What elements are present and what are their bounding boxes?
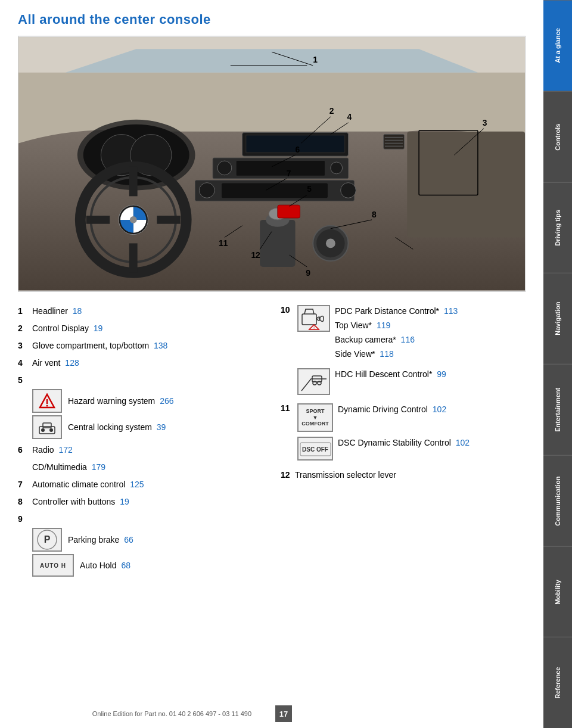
svg-text:8: 8 [372, 210, 377, 219]
item-7-label: Automatic climate control [32, 480, 125, 489]
main-content: All around the center console [0, 0, 543, 728]
item-6-content: Radio 172 [30, 444, 263, 456]
item-6-label: Radio [32, 445, 54, 455]
item-7-content: Automatic climate control 125 [30, 478, 263, 491]
item-10-sub2: Top View* 119 [335, 319, 458, 332]
item-6-row: 6 Radio 172 [18, 444, 263, 456]
svg-text:11: 11 [219, 238, 228, 248]
svg-text:2: 2 [329, 106, 334, 116]
item-12-content: Transmission selector lever [293, 469, 526, 481]
item-7-link[interactable]: 125 [130, 480, 144, 489]
dsc-sub1-link[interactable]: 102 [456, 438, 470, 447]
item-4-link[interactable]: 128 [65, 358, 79, 368]
item-6b-link[interactable]: 179 [92, 462, 105, 472]
item-8-link[interactable]: 19 [120, 497, 129, 506]
item-8-label: Controller with buttons [32, 497, 115, 506]
svg-point-23 [199, 183, 214, 198]
item-9-autoh-label: Auto Hold [80, 561, 116, 570]
item-12-number: 12 [281, 469, 293, 481]
item-4-label: Air vent [32, 358, 60, 368]
dsc-content: DSC Dynamic Stability Control 102 [338, 437, 470, 451]
svg-text:4: 4 [347, 112, 352, 122]
item-9-number: 9 [18, 513, 30, 525]
car-interior-diagram: 1 2 3 4 5 6 7 8 9 [18, 36, 526, 292]
sport-comfort-icon: SPORT ▼ COMFORT [297, 403, 333, 432]
svg-rect-33 [384, 135, 405, 150]
sidebar-item-driving-tips[interactable]: Driving tips [543, 182, 572, 273]
item-10-sub4-label: Side View* [335, 349, 375, 359]
item-10-sub4-link[interactable]: 118 [380, 349, 393, 359]
sidebar-item-reference[interactable]: Reference [543, 637, 572, 728]
sidebar-item-at-a-glance[interactable]: At a glance [543, 0, 572, 91]
item-10-number: 10 [281, 305, 294, 315]
svg-point-69 [49, 428, 53, 432]
item-9-row: 9 [18, 513, 263, 525]
sidebar-item-navigation[interactable]: Navigation [543, 273, 572, 364]
item-11-sub1-link[interactable]: 102 [433, 405, 446, 414]
sidebar-item-controls[interactable]: Controls [543, 91, 572, 182]
item-1-link[interactable]: 18 [73, 306, 82, 316]
item-10-sub2-label: Top View* [335, 321, 372, 330]
item-1-content: Headliner 18 [30, 305, 263, 318]
svg-point-66 [46, 405, 48, 407]
item-10-sub3-link[interactable]: 116 [401, 335, 415, 344]
svg-text:5: 5 [307, 184, 312, 194]
sidebar-item-mobility[interactable]: Mobility [543, 546, 572, 637]
item-10-sub1: PDC Park Distance Control* 113 [335, 305, 458, 318]
svg-text:P: P [44, 534, 51, 545]
svg-point-31 [326, 239, 335, 248]
sidebar-item-entertainment[interactable]: Entertainment [543, 364, 572, 455]
right-column: 10 ! [281, 305, 526, 581]
svg-point-19 [217, 161, 232, 175]
item-7-number: 7 [18, 478, 30, 491]
dsc-sub1-label: DSC Dynamic Stability Control [338, 438, 451, 447]
pdc-icon: ! [297, 305, 330, 332]
hdc-content: HDC Hill Descent Control* 99 [335, 368, 446, 382]
item-9-autoh-link[interactable]: 68 [121, 561, 130, 570]
svg-rect-32 [407, 132, 525, 238]
item-9-parking-link[interactable]: 66 [124, 535, 133, 545]
item-1-row: 1 Headliner 18 [18, 305, 263, 318]
item-2-row: 2 Control Display 19 [18, 322, 263, 335]
item-10-sub3: Backup camera* 116 [335, 334, 458, 346]
item-8-number: 8 [18, 496, 30, 508]
item-11-sub1: Dynamic Driving Control 102 [338, 403, 446, 416]
svg-text:DSC OFF: DSC OFF [302, 446, 328, 453]
item-5-lock-label: Central locking system [68, 422, 152, 432]
item-4-content: Air vent 128 [30, 357, 263, 369]
item-11-number: 11 [281, 403, 294, 413]
item-3-row: 3 Glove compartment, top/bottom 138 [18, 340, 263, 352]
item-3-link[interactable]: 138 [154, 341, 167, 350]
item-3-number: 3 [18, 340, 30, 352]
item-8-content: Controller with buttons 19 [30, 496, 263, 508]
item-5-lock-link[interactable]: 39 [157, 422, 166, 432]
sidebar-item-communication[interactable]: Communication [543, 455, 572, 546]
item-12-label: Transmission selector lever [295, 470, 396, 480]
item-2-content: Control Display 19 [30, 322, 263, 335]
item-9-parking-label: Parking brake [68, 535, 119, 545]
item-2-label: Control Display [32, 323, 89, 333]
item-4-row: 4 Air vent 128 [18, 357, 263, 369]
item-10-sub1-link[interactable]: 113 [444, 306, 458, 316]
item-10-sub2-link[interactable]: 119 [377, 321, 390, 330]
svg-rect-68 [43, 423, 51, 428]
svg-point-70 [41, 428, 45, 432]
svg-text:1: 1 [313, 55, 318, 64]
svg-text:!: ! [313, 326, 315, 329]
hdc-sub1-label: HDC Hill Descent Control* [335, 369, 432, 379]
left-column: 1 Headliner 18 2 Control Display 19 3 Gl… [18, 305, 263, 581]
item-6-link[interactable]: 172 [58, 445, 72, 455]
hdc-sub1-link[interactable]: 99 [437, 369, 446, 379]
item-5-hazard-label: Hazard warning system [68, 396, 155, 406]
svg-point-21 [331, 162, 343, 174]
item-5-hazard-link[interactable]: 266 [160, 396, 173, 406]
item-3-label: Glove compartment, top/bottom [32, 341, 149, 350]
item-7-row: 7 Automatic climate control 125 [18, 478, 263, 491]
item-6b-label: CD/Multimedia [32, 462, 87, 472]
item-2-link[interactable]: 19 [94, 323, 103, 333]
page-title: All around the center console [18, 12, 526, 27]
svg-point-24 [341, 183, 356, 198]
svg-text:7: 7 [287, 169, 291, 178]
item-4-number: 4 [18, 357, 30, 369]
hdc-icon [297, 368, 330, 395]
